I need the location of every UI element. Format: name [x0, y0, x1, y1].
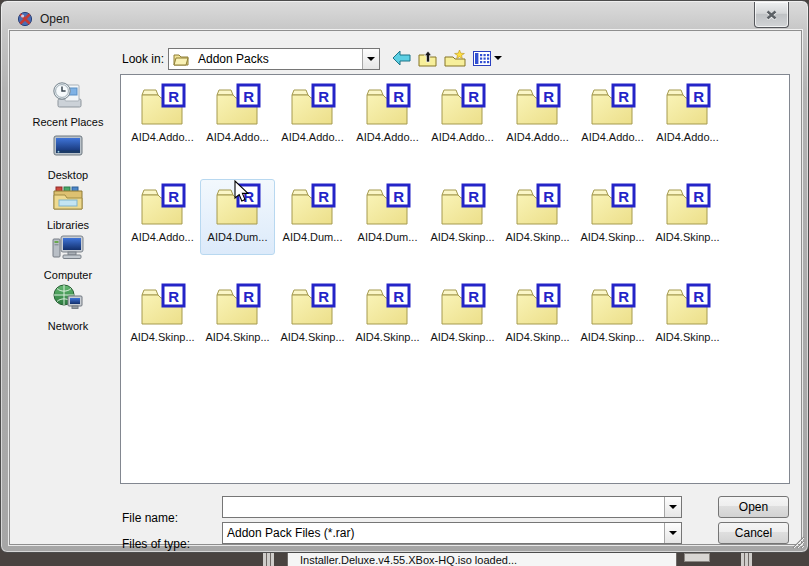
dialog-client-area: Look in: Addon Packs [9, 30, 802, 545]
file-item-label: AID4.Skinp... [430, 331, 494, 343]
files-of-type-combobox[interactable]: Addon Pack Files (*.rar) [222, 522, 682, 544]
recent-places-icon [51, 78, 85, 112]
file-item[interactable]: AID4.Addo... [275, 79, 350, 155]
file-item[interactable]: AID4.Addo... [350, 79, 425, 155]
up-one-level-button[interactable] [418, 50, 437, 67]
file-name-label: File name: [122, 511, 178, 525]
rar-archive-icon [590, 183, 636, 227]
file-item-label: AID4.Addo... [431, 131, 493, 143]
rar-archive-icon [440, 183, 486, 227]
files-of-type-dropdown-button[interactable] [664, 523, 681, 543]
view-menu-icon [473, 51, 491, 66]
chevron-down-icon [494, 56, 502, 60]
sidebar-item-libraries[interactable]: Libraries [16, 181, 120, 231]
rar-archive-icon [365, 183, 411, 227]
sidebar-item-label: Network [16, 320, 120, 332]
file-item[interactable]: AID4.Skinp... [650, 179, 725, 255]
file-item-label: AID4.Skinp... [580, 331, 644, 343]
rar-archive-icon [515, 83, 561, 127]
look-in-value: Addon Packs [194, 52, 362, 66]
rar-archive-icon [140, 183, 186, 227]
file-item[interactable]: AID4.Skinp... [275, 279, 350, 355]
file-item-label: AID4.Addo... [656, 131, 718, 143]
file-item-label: AID4.Addo... [206, 131, 268, 143]
window-title: Open [40, 12, 69, 26]
rar-archive-icon [665, 183, 711, 227]
create-new-folder-button[interactable] [444, 50, 466, 67]
sidebar-item-network[interactable]: Network [16, 282, 120, 332]
network-icon [51, 282, 85, 316]
file-item[interactable]: AID4.Skinp... [425, 179, 500, 255]
file-item-label: AID4.Addo... [131, 131, 193, 143]
look-in-dropdown-button[interactable] [362, 49, 379, 69]
file-item[interactable]: AID4.Addo... [650, 79, 725, 155]
file-item[interactable]: AID4.Skinp... [500, 279, 575, 355]
dialog-toolbar [392, 47, 502, 69]
rar-archive-icon [515, 283, 561, 327]
file-item[interactable]: AID4.Dum... [350, 179, 425, 255]
file-name-dropdown-button[interactable] [664, 497, 681, 517]
app-window-icon [17, 11, 33, 27]
sidebar-item-label: Libraries [16, 219, 120, 231]
file-item[interactable]: AID4.Addo... [200, 79, 275, 155]
look-in-combobox[interactable]: Addon Packs [168, 48, 380, 70]
rar-archive-icon [590, 283, 636, 327]
close-icon [766, 10, 777, 20]
open-dialog-window: Open Look in: Addon Packs [0, 0, 809, 553]
file-item[interactable]: AID4.Addo... [500, 79, 575, 155]
rar-archive-icon [215, 83, 261, 127]
file-item-label: AID4.Dum... [358, 231, 418, 243]
rar-archive-icon [515, 183, 561, 227]
file-item[interactable]: AID4.Skinp... [350, 279, 425, 355]
mouse-cursor-icon [233, 180, 250, 204]
file-item[interactable]: AID4.Addo... [125, 179, 200, 255]
file-item-label: AID4.Addo... [281, 131, 343, 143]
file-item[interactable]: AID4.Skinp... [500, 179, 575, 255]
view-menu-button[interactable] [473, 51, 502, 66]
file-item[interactable]: AID4.Dum... [275, 179, 350, 255]
file-item[interactable]: AID4.Addo... [125, 79, 200, 155]
look-in-label: Look in: [122, 52, 164, 66]
file-item-label: AID4.Skinp... [205, 331, 269, 343]
background-status-field[interactable]: Installer.Deluxe.v4.55.XBox-HQ.iso loade… [287, 551, 677, 566]
file-item[interactable]: AID4.Addo... [575, 79, 650, 155]
rar-archive-icon [290, 183, 336, 227]
rar-archive-icon [290, 83, 336, 127]
sidebar-item-desktop[interactable]: Desktop [16, 131, 120, 181]
close-button[interactable] [754, 2, 789, 28]
background-button-fragment [684, 553, 710, 562]
rar-archive-icon [665, 83, 711, 127]
file-name-input[interactable] [223, 497, 664, 517]
sidebar-item-label: Recent Places [16, 116, 120, 128]
rar-archive-icon [440, 283, 486, 327]
file-item[interactable]: AID4.Skinp... [575, 179, 650, 255]
resize-grip[interactable] [791, 535, 805, 549]
cancel-button[interactable]: Cancel [718, 522, 789, 544]
file-item[interactable]: AID4.Skinp... [125, 279, 200, 355]
open-button[interactable]: Open [718, 496, 789, 518]
file-item-label: AID4.Dum... [283, 231, 343, 243]
desktop-icon [51, 131, 85, 165]
file-item[interactable]: AID4.Skinp... [425, 279, 500, 355]
file-item-label: AID4.Skinp... [655, 231, 719, 243]
file-item-label: AID4.Skinp... [355, 331, 419, 343]
rar-archive-icon [140, 83, 186, 127]
file-item[interactable]: AID4.Addo... [425, 79, 500, 155]
back-button[interactable] [392, 50, 411, 66]
titlebar[interactable]: Open [1, 1, 808, 30]
files-of-type-label: Files of type: [122, 537, 190, 551]
sidebar-item-computer[interactable]: Computer [16, 231, 120, 281]
chevron-down-icon [669, 505, 677, 509]
rar-archive-icon [440, 83, 486, 127]
sidebar-item-recent-places[interactable]: Recent Places [16, 78, 120, 128]
file-list-panel: AID4.Addo... AID4.Addo... AID4.Addo... A… [120, 74, 790, 484]
back-icon [392, 50, 411, 66]
file-item[interactable]: AID4.Skinp... [200, 279, 275, 355]
file-item[interactable]: AID4.Skinp... [575, 279, 650, 355]
file-item[interactable]: AID4.Skinp... [650, 279, 725, 355]
file-item-label: AID4.Skinp... [430, 231, 494, 243]
file-item-label: AID4.Skinp... [505, 231, 569, 243]
up-one-level-icon [418, 50, 437, 67]
files-of-type-value: Addon Pack Files (*.rar) [223, 526, 664, 540]
file-item-label: AID4.Skinp... [580, 231, 644, 243]
